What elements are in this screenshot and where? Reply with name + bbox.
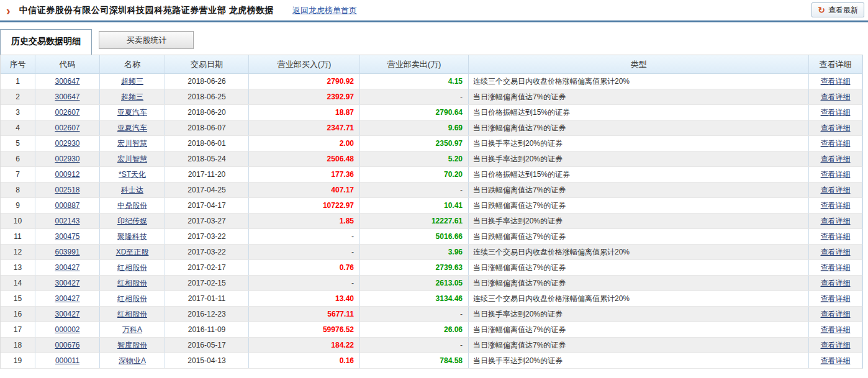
table-row: 15 300427 红相股份 2017-01-11 13.40 3134.46 … — [1, 291, 862, 307]
stock-code-link[interactable]: 000002 — [55, 325, 79, 334]
stock-code-link[interactable]: 002143 — [55, 217, 79, 225]
row-index: 2 — [1, 89, 35, 104]
stock-code-link[interactable]: 002607 — [55, 124, 79, 132]
stock-code-link[interactable]: 300475 — [55, 232, 79, 241]
row-index: 7 — [1, 167, 35, 182]
stock-name-link[interactable]: 宏川智慧 — [117, 154, 147, 164]
view-detail-link[interactable]: 查看详细 — [821, 154, 851, 164]
list-type: 当日换手率达到20%的证券 — [469, 307, 809, 322]
view-detail-link[interactable]: 查看详细 — [821, 340, 851, 351]
trade-date: 2018-06-20 — [165, 105, 249, 120]
stock-name-link[interactable]: *ST天化 — [119, 169, 146, 180]
trade-date: 2018-06-01 — [165, 136, 249, 151]
stock-name-link[interactable]: 智度股份 — [117, 340, 147, 351]
table-row: 18 000676 智度股份 2016-05-17 184.22 - 当日涨幅偏… — [1, 338, 862, 353]
view-detail-link[interactable]: 查看详细 — [821, 325, 851, 335]
view-detail-link[interactable]: 查看详细 — [821, 294, 851, 304]
list-type: 当日涨幅偏离值达7%的证券 — [469, 89, 809, 104]
sell-amount: 784.58 — [360, 353, 469, 368]
stock-name-link[interactable]: 红相股份 — [117, 294, 147, 304]
stock-code-link[interactable]: 300647 — [55, 77, 79, 86]
view-detail-link[interactable]: 查看详细 — [821, 76, 851, 87]
stock-name-link[interactable]: 万科A — [122, 325, 142, 335]
trade-date: 2017-11-20 — [165, 167, 249, 182]
view-detail-link[interactable]: 查看详细 — [821, 138, 851, 149]
view-detail-link[interactable]: 查看详细 — [821, 169, 851, 180]
stock-code-link[interactable]: 000011 — [55, 356, 79, 365]
page-title: 中信证券股份有限公司深圳科技园科苑路证券营业部 龙虎榜数据 — [19, 5, 274, 16]
stock-name-link[interactable]: 聚隆科技 — [117, 232, 147, 242]
row-index: 5 — [1, 136, 35, 151]
view-detail-link[interactable]: 查看详细 — [821, 185, 851, 196]
stock-name-link[interactable]: 印纪传媒 — [117, 216, 147, 227]
view-detail-link[interactable]: 查看详细 — [821, 200, 851, 211]
view-detail-link[interactable]: 查看详细 — [821, 247, 851, 258]
table-row: 6 002930 宏川智慧 2018-05-24 2506.48 5.20 当日… — [1, 151, 862, 167]
view-detail-link[interactable]: 查看详细 — [821, 278, 851, 289]
row-index: 8 — [1, 182, 35, 197]
view-detail-link[interactable]: 查看详细 — [821, 92, 851, 102]
view-latest-button[interactable]: ↻ 查看最新 — [811, 2, 864, 17]
back-to-list-home-link[interactable]: 返回龙虎榜单首页 — [292, 5, 357, 16]
stock-code-link[interactable]: 000887 — [55, 201, 79, 210]
sell-amount: 3134.46 — [360, 291, 469, 306]
stock-name-link[interactable]: 超频三 — [121, 76, 143, 87]
view-detail-link[interactable]: 查看详细 — [821, 263, 851, 273]
stock-code-link[interactable]: 300427 — [55, 263, 79, 272]
table-row: 10 002143 印纪传媒 2017-03-27 1.85 12227.61 … — [1, 214, 862, 229]
stock-name-link[interactable]: 亚夏汽车 — [117, 123, 147, 133]
list-type: 当日换手率达到20%的证券 — [469, 214, 809, 228]
view-detail-link[interactable]: 查看详细 — [821, 107, 851, 118]
view-detail-link[interactable]: 查看详细 — [821, 309, 851, 320]
stock-name-link[interactable]: 宏川智慧 — [117, 138, 147, 149]
buy-amount: - — [249, 245, 360, 259]
tab-history-detail[interactable]: 历史交易数据明细 — [0, 29, 92, 55]
stock-code-link[interactable]: 300427 — [55, 294, 79, 303]
stock-name-link[interactable]: 红相股份 — [117, 309, 147, 320]
stock-code-link[interactable]: 002518 — [55, 186, 79, 194]
stock-name-link[interactable]: 超频三 — [121, 92, 143, 102]
view-detail-link[interactable]: 查看详细 — [821, 123, 851, 133]
table-row: 13 300427 红相股份 2017-02-17 0.76 2739.63 当… — [1, 260, 862, 276]
stock-code-link[interactable]: 000912 — [55, 170, 79, 179]
stock-name-link[interactable]: 深物业A — [119, 356, 146, 366]
view-detail-link[interactable]: 查看详细 — [821, 356, 851, 366]
breadcrumb-arrow-icon: › — [6, 4, 11, 17]
table-row: 17 000002 万科A 2016-11-09 59976.52 26.06 … — [1, 322, 862, 338]
tab-trade-stats[interactable]: 买卖股统计 — [99, 31, 194, 49]
stock-code-link[interactable]: 603991 — [55, 248, 79, 256]
stock-name-link[interactable]: 红相股份 — [117, 278, 147, 289]
stock-code-link[interactable]: 002930 — [55, 139, 79, 148]
stock-code-link[interactable]: 002607 — [55, 108, 79, 117]
stock-code-link[interactable]: 300427 — [55, 279, 79, 287]
row-index: 15 — [1, 291, 35, 306]
trade-date: 2016-12-23 — [165, 307, 249, 322]
stock-code-link[interactable]: 000676 — [55, 341, 79, 349]
stock-code-link[interactable]: 300427 — [55, 310, 79, 318]
trade-date: 2017-03-22 — [165, 229, 249, 244]
sell-amount: - — [360, 338, 469, 353]
view-detail-link[interactable]: 查看详细 — [821, 232, 851, 242]
list-type: 当日涨幅偏离值达7%的证券 — [469, 338, 809, 353]
view-detail-link[interactable]: 查看详细 — [821, 216, 851, 227]
sell-amount: - — [360, 182, 469, 197]
buy-amount: 2392.97 — [249, 89, 360, 104]
sell-amount: 3.96 — [360, 245, 469, 259]
stock-name-link[interactable]: 科士达 — [121, 185, 143, 196]
stock-name-link[interactable]: 亚夏汽车 — [117, 107, 147, 118]
list-type: 当日涨幅偏离值达7%的证券 — [469, 276, 809, 290]
stock-code-link[interactable]: 002930 — [55, 155, 79, 163]
stock-code-link[interactable]: 300647 — [55, 92, 79, 101]
row-index: 17 — [1, 322, 35, 337]
stock-name-link[interactable]: 红相股份 — [117, 263, 147, 273]
sell-amount: 2613.05 — [360, 276, 469, 290]
stock-name-link[interactable]: XD至正股 — [116, 247, 149, 258]
stock-name-link[interactable]: 中鼎股份 — [117, 200, 147, 211]
col-header-detail: 查看详细 — [809, 55, 862, 73]
buy-amount: 1.85 — [249, 214, 360, 228]
col-header-name: 名称 — [100, 55, 165, 73]
trade-date: 2018-06-07 — [165, 120, 249, 135]
buy-amount: 2506.48 — [249, 151, 360, 166]
list-type: 当日换手率达到20%的证券 — [469, 136, 809, 151]
list-type: 当日跌幅偏离值达7%的证券 — [469, 182, 809, 197]
